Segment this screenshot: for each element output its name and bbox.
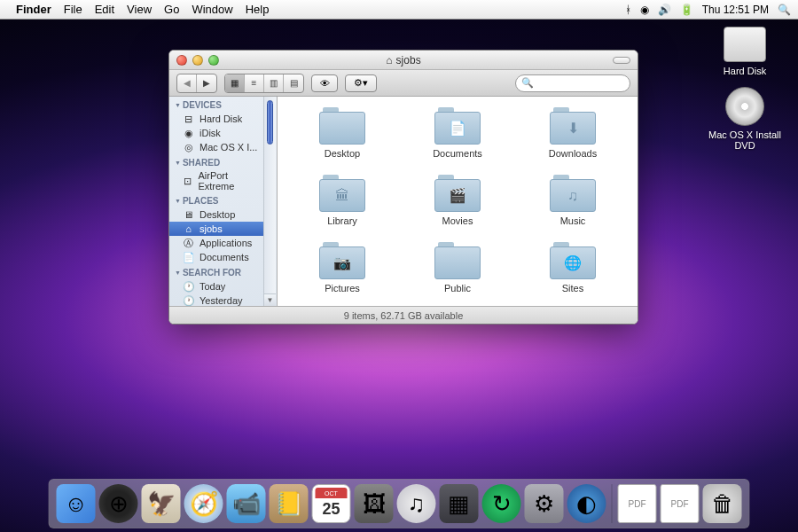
bluetooth-icon[interactable]: ᚼ: [625, 4, 631, 16]
dock-safari[interactable]: 🧭: [184, 484, 223, 523]
sidebar-item-airport[interactable]: ⊡AirPort Extreme: [169, 169, 265, 192]
sidebar: ▼Devices ⊟Hard Disk ◉iDisk ◎Mac OS X I..…: [169, 97, 278, 306]
dock: ☺ ⊕ 🦅 🧭 📹 📒 OCT25 🖼 ♫ ▦ ↻ ⚙ ◐ PDF PDF 🗑: [49, 479, 750, 528]
folder-movies[interactable]: 🎬Movies: [400, 175, 515, 226]
scrollbar-thumb[interactable]: [267, 100, 273, 145]
clock-icon: 🕐: [182, 294, 195, 306]
menu-edit[interactable]: Edit: [95, 3, 114, 16]
spotlight-icon[interactable]: 🔍: [778, 4, 791, 16]
folder-sites[interactable]: 🌐Sites: [515, 242, 630, 293]
titlebar[interactable]: ⌂ sjobs: [169, 51, 638, 70]
dock-ichat[interactable]: 📹: [227, 484, 266, 523]
battery-icon[interactable]: 🔋: [680, 4, 693, 16]
sidebar-item-desktop[interactable]: 🖥Desktop: [169, 207, 265, 222]
menu-go[interactable]: Go: [164, 3, 179, 16]
clock[interactable]: Thu 12:51 PM: [702, 4, 769, 16]
dock-finder[interactable]: ☺: [57, 484, 96, 523]
zoom-button[interactable]: [208, 55, 219, 66]
home-icon: ⌂: [182, 223, 195, 235]
sidebar-item-yesterday[interactable]: 🕐Yesterday: [169, 293, 265, 306]
idisk-icon: ◉: [182, 127, 195, 139]
folder-downloads[interactable]: ⬇Downloads: [515, 107, 630, 159]
dvd-icon: [725, 87, 764, 126]
icon-view-button[interactable]: ▦: [225, 74, 245, 92]
cd-icon: ◎: [182, 141, 195, 153]
action-button[interactable]: ⚙▾: [345, 74, 377, 92]
folder-desktop[interactable]: Desktop: [285, 107, 400, 159]
folder-public[interactable]: Public: [400, 242, 515, 293]
search-icon: 🔍: [521, 77, 534, 89]
scrollbar-down-arrow[interactable]: ▼: [264, 293, 276, 306]
view-mode-buttons: ▦ ≡ ▥ ▤: [224, 74, 304, 93]
list-view-button[interactable]: ≡: [245, 74, 264, 92]
sidebar-header-places[interactable]: ▼Places: [169, 192, 277, 207]
dock-address-book[interactable]: 📒: [270, 484, 309, 523]
folder-icon: 🎬: [434, 179, 481, 212]
folder-icon: ♫: [550, 179, 596, 212]
dock-dashboard[interactable]: ⊕: [99, 484, 138, 523]
airport-icon: ⊡: [182, 175, 193, 187]
finder-window: ⌂ sjobs ◀ ▶ ▦ ≡ ▥ ▤ 👁 ⚙▾ 🔍 ▼Devices ⊟Har…: [168, 50, 638, 325]
sidebar-header-shared[interactable]: ▼Shared: [169, 154, 277, 169]
desktop-install-dvd[interactable]: Mac OS X Install DVD: [700, 87, 789, 151]
home-icon: ⌂: [386, 54, 392, 66]
disk-icon: ⊟: [182, 113, 195, 125]
folder-music[interactable]: ♫Music: [515, 175, 630, 226]
sidebar-item-idisk[interactable]: ◉iDisk: [169, 126, 265, 140]
toolbar-toggle-button[interactable]: [613, 57, 630, 64]
menu-help[interactable]: Help: [246, 3, 270, 16]
window-title: ⌂ sjobs: [386, 54, 420, 66]
desktop-hard-disk[interactable]: Hard Disk: [700, 27, 789, 76]
coverflow-view-button[interactable]: ▤: [284, 74, 303, 92]
sidebar-item-home[interactable]: ⌂sjobs: [169, 222, 265, 236]
sidebar-header-searchfor[interactable]: ▼Search For: [169, 264, 277, 279]
status-bar: 9 items, 62.71 GB available: [169, 306, 638, 324]
sidebar-scrollbar[interactable]: ▼: [263, 97, 276, 306]
clock-icon: 🕐: [182, 280, 195, 293]
back-button[interactable]: ◀: [177, 74, 197, 92]
sidebar-item-applications[interactable]: ⒶApplications: [169, 236, 265, 250]
menu-file[interactable]: File: [64, 3, 82, 16]
folder-library[interactable]: 🏛Library: [285, 175, 400, 226]
dock-document-1[interactable]: PDF: [618, 484, 657, 523]
dvd-label: Mac OS X Install DVD: [700, 129, 789, 151]
folder-icon: [434, 246, 481, 279]
dock-readyset[interactable]: ◐: [567, 484, 606, 523]
close-button[interactable]: [176, 55, 187, 66]
documents-icon: 📄: [182, 251, 195, 263]
dock-trash[interactable]: 🗑: [703, 484, 742, 523]
folder-pictures[interactable]: 📷Pictures: [285, 242, 400, 293]
folder-icon: 🌐: [550, 246, 596, 279]
wifi-icon[interactable]: ◉: [640, 4, 649, 16]
dock-spaces[interactable]: ▦: [440, 484, 479, 523]
dock-itunes[interactable]: ♫: [397, 484, 436, 523]
dock-ical[interactable]: OCT25: [312, 484, 351, 523]
quicklook-button[interactable]: 👁: [311, 74, 338, 92]
search-input[interactable]: 🔍: [515, 74, 630, 92]
app-menu[interactable]: Finder: [16, 3, 51, 16]
minimize-button[interactable]: [192, 55, 203, 66]
dock-system-preferences[interactable]: ⚙: [525, 484, 564, 523]
sidebar-item-install-dvd[interactable]: ◎Mac OS X I...: [169, 140, 265, 154]
dock-preview[interactable]: 🖼: [355, 484, 394, 523]
sidebar-item-hard-disk[interactable]: ⊟Hard Disk: [169, 112, 265, 126]
forward-button[interactable]: ▶: [197, 74, 216, 92]
dock-mail[interactable]: 🦅: [142, 484, 181, 523]
sidebar-header-devices[interactable]: ▼Devices: [169, 97, 277, 112]
folder-icon: 📄: [434, 112, 481, 145]
menu-window[interactable]: Window: [192, 3, 232, 16]
menu-view[interactable]: View: [127, 3, 152, 16]
toolbar: ◀ ▶ ▦ ≡ ▥ ▤ 👁 ⚙▾ 🔍: [169, 70, 638, 97]
hard-disk-icon: [724, 27, 766, 62]
folder-icon: 🏛: [319, 179, 365, 212]
sidebar-item-documents[interactable]: 📄Documents: [169, 250, 265, 264]
dock-time-machine[interactable]: ↻: [482, 484, 521, 523]
dock-document-2[interactable]: PDF: [661, 484, 700, 523]
folder-documents[interactable]: 📄Documents: [400, 107, 515, 159]
folder-icon: 📷: [319, 246, 365, 279]
volume-icon[interactable]: 🔊: [658, 4, 671, 16]
desktop-icons: Hard Disk Mac OS X Install DVD: [700, 27, 789, 151]
column-view-button[interactable]: ▥: [264, 74, 284, 92]
sidebar-item-today[interactable]: 🕐Today: [169, 279, 265, 293]
applications-icon: Ⓐ: [182, 237, 195, 249]
